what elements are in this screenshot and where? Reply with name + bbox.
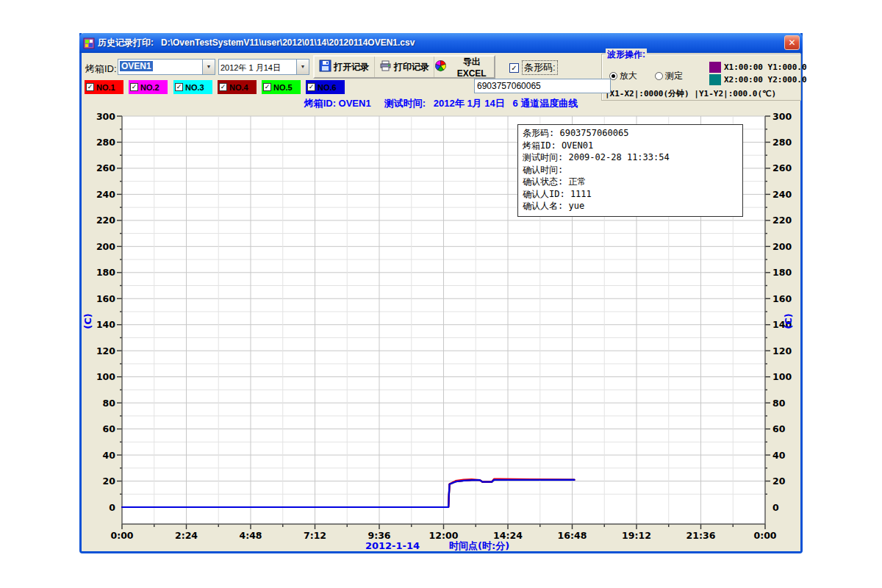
x2y2-readout: X2:00:00 Y2:000.0 bbox=[724, 75, 807, 85]
x1y1-readout: X1:00:00 Y1:000.0 bbox=[724, 62, 807, 72]
x-axis-label: 4:48 bbox=[239, 530, 262, 541]
oven-dropdown-arrow-icon[interactable]: ▼ bbox=[202, 60, 215, 74]
checkbox-icon: ✓ bbox=[130, 83, 138, 91]
barcode-input[interactable] bbox=[474, 79, 611, 93]
y-axis-label-right: 120 bbox=[772, 345, 792, 356]
close-button[interactable]: ✕ bbox=[784, 35, 800, 50]
x1-color-swatch bbox=[709, 62, 721, 73]
x-axis-label: 21:36 bbox=[686, 530, 716, 541]
y-axis-title-left: (C) bbox=[82, 313, 93, 329]
window-title: 历史记录打印: D:\OvenTestSystemV11\user\2012\0… bbox=[98, 37, 415, 49]
y-axis-label-left: 0 bbox=[109, 502, 115, 513]
info-box-line: 烤箱ID: OVEN01 bbox=[523, 140, 738, 152]
zoom-radio[interactable]: 放大 bbox=[609, 70, 637, 82]
barcode-checkbox-label: 条形码: bbox=[522, 60, 558, 75]
close-icon: ✕ bbox=[788, 37, 795, 48]
y-axis-label-right: 200 bbox=[772, 241, 792, 252]
channel-checkbox-no4[interactable]: ✓NO.4 bbox=[218, 80, 257, 94]
y-axis-label-right: 300 bbox=[772, 111, 792, 122]
info-box-line: 确认时间: bbox=[523, 164, 738, 176]
export-excel-label: 导出EXCEL bbox=[449, 56, 494, 79]
x-axis-label: 7:12 bbox=[304, 530, 326, 541]
measure-radio-label: 测定 bbox=[665, 70, 683, 82]
x-axis-label: 14:24 bbox=[493, 530, 523, 541]
barcode-checkbox-icon: ✓ bbox=[509, 63, 519, 73]
info-box-line: 确认人ID: 1111 bbox=[523, 188, 738, 201]
y-axis-label-right: 40 bbox=[772, 450, 786, 461]
floppy-disk-icon bbox=[319, 60, 331, 74]
x-axis-label: 12:00 bbox=[429, 530, 459, 541]
x-axis-label: 16:48 bbox=[558, 530, 587, 541]
channel-checkbox-no6[interactable]: ✓NO.6 bbox=[306, 80, 345, 94]
oven-id-label: 烤箱ID: bbox=[85, 62, 117, 76]
checkbox-icon: ✓ bbox=[86, 83, 94, 91]
app-window: 历史记录打印: D:\OvenTestSystemV11\user\2012\0… bbox=[79, 33, 803, 553]
y-axis-label-left: 140 bbox=[96, 319, 115, 330]
y-axis-label-left: 220 bbox=[96, 215, 115, 226]
channel-label: NO.3 bbox=[185, 83, 204, 92]
y-axis-label-left: 180 bbox=[96, 267, 115, 278]
checkbox-icon: ✓ bbox=[263, 83, 271, 91]
info-box: 条形码: 6903757060065烤箱ID: OVEN01测试时间: 2009… bbox=[517, 124, 743, 217]
y-axis-label-right: 220 bbox=[772, 215, 792, 226]
open-record-button[interactable]: 打开记录 bbox=[315, 57, 375, 77]
date-value: 2012年 1 月14日 bbox=[219, 60, 296, 74]
y-axis-label-left: 20 bbox=[103, 476, 116, 487]
y-axis-label-right: 20 bbox=[772, 476, 786, 487]
x-axis-title: 时间点(时:分) bbox=[449, 540, 509, 551]
info-box-line: 条形码: 6903757060065 bbox=[523, 127, 738, 140]
y-axis-label-right: 160 bbox=[772, 293, 792, 304]
zoom-radio-label: 放大 bbox=[620, 70, 637, 82]
y-axis-title-right: (C) bbox=[783, 313, 794, 329]
y-axis-label-left: 160 bbox=[96, 293, 115, 304]
print-record-button[interactable]: 打印记录 bbox=[375, 57, 435, 77]
wave-operation-panel: 波形操作: 放大 测定 X1:00:00 Y1:000.0 X2:00:00 Y… bbox=[601, 54, 801, 101]
x2-color-swatch bbox=[709, 74, 721, 85]
oven-id-value: OVEN1 bbox=[120, 61, 153, 71]
y-axis-label-left: 240 bbox=[96, 189, 115, 200]
y-axis-label-right: 100 bbox=[772, 371, 792, 382]
x-axis-label: 0:00 bbox=[110, 530, 133, 541]
y-axis-label-left: 200 bbox=[96, 241, 115, 252]
channel-checkbox-no3[interactable]: ✓NO.3 bbox=[173, 80, 212, 94]
toolbar: 打开记录 打印记录 导出EXCEL bbox=[313, 55, 495, 79]
desktop: 历史记录打印: D:\OvenTestSystemV11\user\2012\0… bbox=[0, 0, 882, 588]
channel-checkbox-no2[interactable]: ✓NO.2 bbox=[129, 80, 168, 94]
y-axis-label-left: 100 bbox=[96, 371, 115, 382]
channel-checkbox-no1[interactable]: ✓NO.1 bbox=[85, 80, 123, 94]
channel-checkbox-no5[interactable]: ✓NO.5 bbox=[262, 80, 301, 94]
y-axis-label-right: 0 bbox=[772, 502, 779, 513]
x-axis-label: 0:00 bbox=[753, 530, 776, 541]
y-axis-label-right: 280 bbox=[772, 137, 792, 148]
y-axis-label-left: 40 bbox=[103, 450, 116, 461]
pie-chart-icon bbox=[434, 60, 447, 74]
chart-header: 烤箱ID: OVEN1 测试时间: 2012年 1月 14日 6 通道温度曲线 bbox=[82, 97, 800, 110]
info-box-line: 测试时间: 2009-02-28 11:33:54 bbox=[523, 151, 738, 164]
date-dropdown-arrow-icon[interactable]: ▼ bbox=[296, 60, 309, 74]
measure-radio[interactable]: 测定 bbox=[655, 70, 683, 82]
channel-label: NO.2 bbox=[140, 83, 159, 92]
y-axis-label-right: 180 bbox=[772, 267, 792, 278]
channel-label: NO.1 bbox=[96, 83, 115, 92]
x-axis-label: 9:36 bbox=[368, 530, 390, 541]
x-axis-label: 19:12 bbox=[622, 530, 651, 541]
info-box-line: 确认状态: 正常 bbox=[523, 176, 738, 188]
channel-label: NO.6 bbox=[318, 83, 337, 92]
y-axis-label-left: 60 bbox=[103, 423, 116, 434]
y-axis-label-left: 300 bbox=[96, 111, 115, 122]
export-excel-button[interactable]: 导出EXCEL bbox=[434, 57, 494, 77]
title-bar[interactable]: 历史记录打印: D:\OvenTestSystemV11\user\2012\0… bbox=[79, 33, 803, 53]
x-axis-label: 2:24 bbox=[175, 530, 198, 541]
app-icon bbox=[83, 37, 95, 49]
channel-label: NO.4 bbox=[229, 83, 248, 92]
checkbox-icon: ✓ bbox=[175, 83, 183, 91]
chart-date-label: 2012-1-14 bbox=[365, 540, 420, 551]
y-axis-label-left: 80 bbox=[103, 398, 116, 409]
barcode-checkbox[interactable]: ✓ 条形码: bbox=[509, 60, 558, 75]
checkbox-icon: ✓ bbox=[307, 83, 315, 91]
y-axis-label-right: 260 bbox=[772, 162, 792, 173]
oven-id-combobox[interactable]: OVEN1 ▼ bbox=[118, 59, 215, 75]
checkbox-icon: ✓ bbox=[219, 83, 227, 91]
date-combobox[interactable]: 2012年 1 月14日 ▼ bbox=[218, 59, 309, 75]
info-box-line: 确认人名: yue bbox=[523, 200, 738, 212]
